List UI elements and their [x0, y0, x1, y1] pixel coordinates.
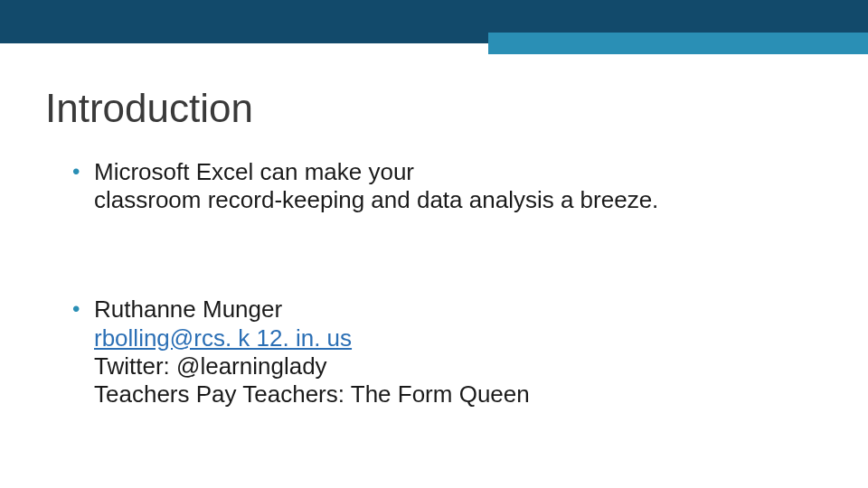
slide-content: Introduction Microsoft Excel can make yo…: [45, 86, 823, 408]
band-accent: [488, 43, 868, 54]
bullet-item: Microsoft Excel can make your classroom …: [72, 158, 823, 214]
bullet-list: Microsoft Excel can make your classroom …: [72, 158, 823, 408]
email-link[interactable]: rbolling@rcs. k 12. in. us: [94, 324, 352, 352]
presenter-twitter: Twitter: @learninglady: [94, 352, 823, 380]
bullet-text: Microsoft Excel can make your: [94, 158, 823, 186]
presenter-tpt: Teachers Pay Teachers: The Form Queen: [94, 380, 823, 408]
presenter-email: rbolling@rcs. k 12. in. us: [94, 324, 823, 352]
slide-title: Introduction: [45, 86, 823, 131]
band-accent-top: [488, 33, 868, 43]
presenter-name: Ruthanne Munger: [94, 296, 823, 324]
bullet-text: classroom record-keeping and data analys…: [94, 186, 823, 214]
bullet-item: Ruthanne Munger rbolling@rcs. k 12. in. …: [72, 296, 823, 408]
